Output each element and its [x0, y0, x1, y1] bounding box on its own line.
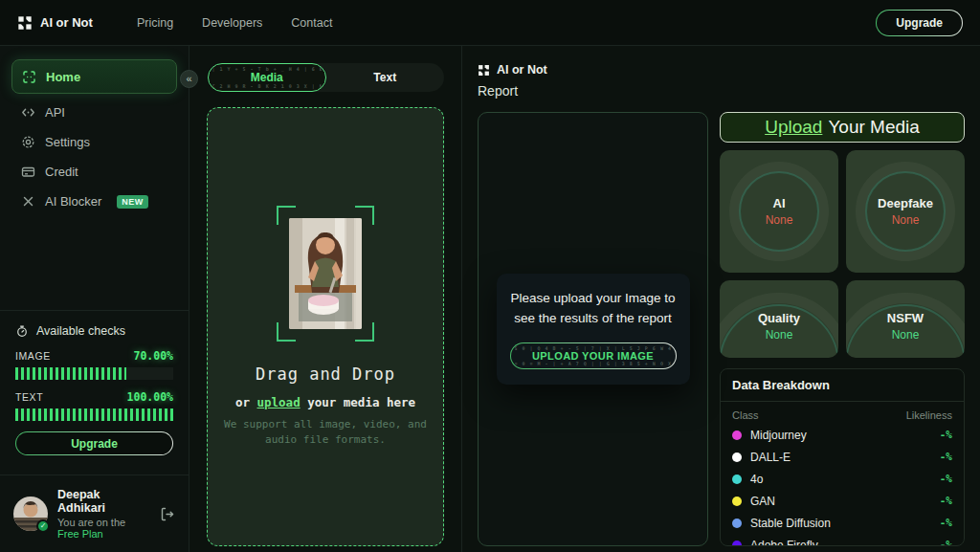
class-color-dot: [732, 453, 742, 462]
report-brand-name: AI or Not: [497, 63, 547, 77]
x-blocker-icon: [21, 194, 35, 209]
image-meter-bar: [15, 367, 173, 380]
upgrade-button-sidebar-label: Upgrade: [16, 432, 172, 454]
code-api-icon: [21, 105, 35, 120]
sample-photo-woman-cake: [289, 218, 362, 329]
nav-link-pricing[interactable]: Pricing: [137, 16, 173, 30]
class-color-dot: [732, 519, 742, 528]
upload-link[interactable]: upload: [257, 395, 301, 409]
upload-column: | 1 Y + 5 - T b + _ H 4 | 6 B Media C 2 …: [189, 46, 462, 552]
upload-prompt-tooltip: Please upload your Image to see the resu…: [497, 274, 690, 385]
table-row-stable-diffusion: Stable Diffusion -%: [721, 512, 964, 534]
report-empty-panel: Please upload your Image to see the resu…: [478, 112, 708, 546]
data-breakdown-title: Data Breakdown: [721, 369, 964, 402]
new-badge: NEW: [117, 195, 148, 209]
report-section: AI or Not Report Please upload your Imag…: [462, 46, 980, 552]
avatar[interactable]: ✓: [13, 497, 48, 531]
available-checks-title: Available checks: [36, 324, 125, 338]
table-row-4o: 4o -%: [721, 468, 964, 490]
frame-corner: [277, 206, 296, 225]
available-checks-section: Available checks IMAGE 70.00% TEXT 100.0…: [0, 310, 189, 475]
nav-link-contact[interactable]: Contact: [291, 16, 332, 30]
image-meter-label: IMAGE: [15, 350, 51, 362]
text-meter-value: 100.00%: [127, 390, 173, 404]
sidebar-item-label: Home: [46, 70, 80, 84]
user-name: Deepak Adhikari: [57, 488, 149, 515]
brand-logo[interactable]: AI or Not: [17, 15, 93, 31]
class-color-dot: [732, 497, 742, 506]
class-color-dot: [732, 431, 742, 440]
sidebar-collapse-button[interactable]: «: [180, 70, 198, 88]
image-meter-value: 70.00%: [133, 349, 173, 363]
gauge-value: None: [892, 328, 920, 342]
table-row-dalle: DALL-E -%: [721, 446, 964, 468]
free-plan-link[interactable]: Free Plan: [57, 528, 103, 540]
upgrade-button-top[interactable]: Upgrade: [876, 10, 963, 36]
upgrade-button-top-label: Upgrade: [877, 11, 962, 35]
verified-badge-icon: ✓: [36, 519, 50, 533]
credit-card-icon: [21, 165, 35, 179]
class-color-dot: [732, 475, 742, 484]
sidebar-item-api[interactable]: API: [11, 98, 177, 127]
gauge-value: None: [892, 213, 920, 227]
ai-or-not-logo-icon: [478, 64, 490, 77]
dropzone-title: Drag and Drop: [256, 364, 395, 384]
data-breakdown-table: Data Breakdown Class Likeliness Midjourn…: [720, 368, 965, 546]
sidebar-menu: Home API Settings: [0, 46, 189, 216]
table-row-midjourney: Midjourney -%: [721, 424, 964, 446]
sidebar-item-label: Settings: [45, 135, 90, 149]
media-text-tabs: | 1 Y + 5 - T b + _ H 4 | 6 B Media C 2 …: [208, 63, 444, 92]
gauge-value: None: [766, 328, 793, 342]
tooltip-text: Please upload your Image to see the resu…: [510, 289, 677, 329]
nav-link-developers[interactable]: Developers: [202, 16, 262, 30]
upload-your-image-button[interactable]: S 0 | Q 4 B + - 5 | 7 | X | L 5 J P 6 W …: [510, 342, 677, 369]
sidebar-item-label: AI Blocker: [45, 194, 101, 209]
ai-or-not-logo-icon: [17, 15, 33, 31]
gauge-cards: AI None Deepfake None Quality None: [720, 150, 965, 358]
sidebar-item-ai-blocker[interactable]: AI Blocker NEW: [11, 187, 177, 216]
nav-links: Pricing Developers Contact: [137, 16, 333, 30]
upload-your-media-header: Upload Your Media: [720, 112, 965, 143]
gauge-card-nsfw: NSFW None: [846, 280, 965, 358]
logout-icon[interactable]: [159, 506, 175, 522]
class-color-dot: [732, 541, 742, 546]
user-plan: You are on the Free Plan: [57, 517, 149, 540]
frame-corner: [277, 322, 296, 342]
upload-header-link[interactable]: Upload: [765, 117, 822, 138]
frame-corner: [355, 322, 374, 342]
tab-text[interactable]: Text: [326, 63, 444, 92]
sidebar-item-settings[interactable]: Settings: [11, 127, 177, 157]
user-profile[interactable]: ✓ Deepak Adhikari You are on the Free Pl…: [0, 475, 189, 552]
sidebar-item-label: Credit: [45, 165, 78, 179]
stopwatch-icon: [15, 324, 29, 338]
sidebar-item-label: API: [45, 105, 65, 120]
dropzone-subtitle: or upload your media here: [235, 395, 415, 409]
tab-media-label: Media: [251, 71, 283, 84]
gauge-ring: [739, 171, 819, 252]
stats-column: Upload Your Media AI None Deepfake Non: [720, 112, 965, 546]
gauge-card-quality: Quality None: [720, 280, 838, 358]
upgrade-button-sidebar[interactable]: Upgrade: [15, 431, 173, 455]
gauge-card-deepfake: Deepfake None: [846, 150, 965, 273]
gauge-ring: [865, 171, 946, 252]
dropzone-support-text: We support all image, video, and audio f…: [212, 417, 439, 449]
text-meter-bar: [15, 408, 173, 421]
frame-corner: [355, 206, 374, 225]
tab-text-label: Text: [373, 71, 396, 84]
sidebar-item-home[interactable]: Home: [11, 59, 177, 94]
gauge-value: None: [766, 213, 793, 227]
text-meter-label: TEXT: [15, 391, 43, 403]
dropzone[interactable]: Drag and Drop or upload your media here …: [207, 107, 444, 546]
table-row-gan: GAN -%: [721, 490, 964, 512]
report-title: Report: [478, 83, 965, 99]
sidebar-item-credit[interactable]: Credit: [11, 157, 177, 187]
sidebar: « Home API: [0, 46, 189, 552]
tab-media[interactable]: | 1 Y + 5 - T b + _ H 4 | 6 B Media C 2 …: [208, 63, 327, 92]
gauge-card-ai: AI None: [720, 150, 838, 273]
top-nav: AI or Not Pricing Developers Contact Upg…: [0, 0, 980, 46]
upload-your-image-label: UPLOAD YOUR IMAGE: [532, 350, 654, 362]
home-scan-icon: [22, 70, 36, 84]
brand-name: AI or Not: [40, 15, 93, 30]
breakdown-column-headers: Class Likeliness: [721, 402, 964, 424]
photo-frame: [277, 206, 374, 342]
